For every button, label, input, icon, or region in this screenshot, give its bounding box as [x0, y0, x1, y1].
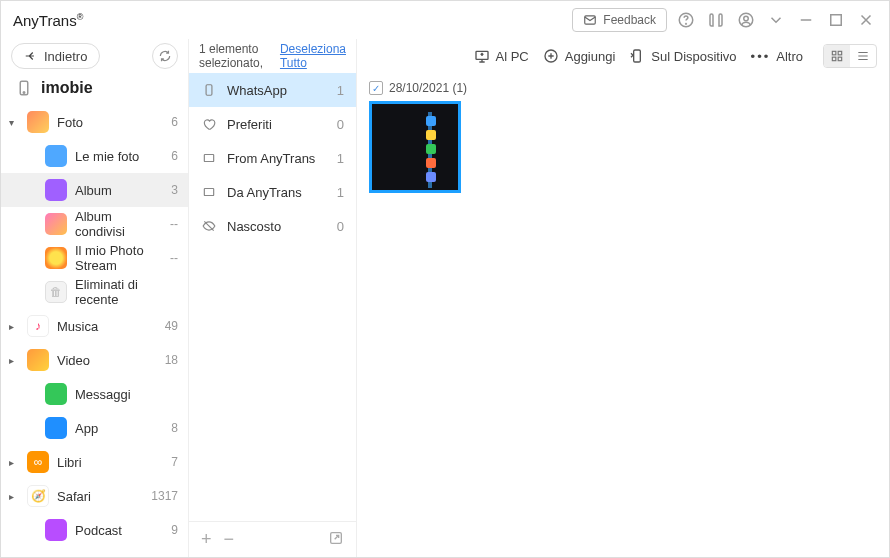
category-icon	[45, 145, 67, 167]
album-count: 0	[337, 219, 344, 234]
close-icon[interactable]	[855, 9, 877, 31]
album-item-preferiti[interactable]: Preferiti0	[189, 107, 356, 141]
export-album-button[interactable]	[328, 530, 344, 549]
sidebar-count: 9	[171, 523, 178, 537]
album-label: Nascosto	[227, 219, 327, 234]
sidebar-label: Album	[75, 183, 163, 198]
help-icon[interactable]	[675, 9, 697, 31]
svg-rect-8	[206, 85, 212, 96]
add-album-button[interactable]: +	[201, 529, 212, 550]
minimize-icon[interactable]	[795, 9, 817, 31]
list-view-button[interactable]	[850, 45, 876, 67]
category-icon	[45, 213, 67, 235]
category-icon: ∞	[27, 451, 49, 473]
more-button[interactable]: •••Altro	[751, 49, 803, 64]
album-icon	[201, 117, 217, 131]
album-label: Preferiti	[227, 117, 327, 132]
sidebar-item-video[interactable]: ▸Video18	[1, 343, 188, 377]
grid-icon	[830, 49, 844, 63]
caret-icon: ▸	[9, 355, 19, 366]
svg-rect-5	[831, 15, 842, 26]
album-icon	[201, 185, 217, 199]
sidebar-item-eliminati-di-recente[interactable]: 🗑Eliminati di recente	[1, 275, 188, 309]
svg-point-2	[686, 23, 687, 24]
date-label: 28/10/2021 (1)	[389, 81, 467, 95]
sidebar-count: 6	[171, 115, 178, 129]
sidebar-item-il-mio-photo-stream[interactable]: Il mio Photo Stream--	[1, 241, 188, 275]
device-name: imobie	[41, 79, 93, 97]
selection-text: 1 elemento selezionato, Deseleziona Tutt…	[189, 39, 356, 73]
date-group-header[interactable]: ✓ 28/10/2021 (1)	[369, 81, 877, 95]
caret-icon: ▸	[9, 491, 19, 502]
sidebar-count: 3	[171, 183, 178, 197]
sidebar-label: Messaggi	[75, 387, 170, 402]
sidebar-item-app[interactable]: App8	[1, 411, 188, 445]
back-button[interactable]: Indietro	[11, 43, 100, 69]
category-icon	[45, 179, 67, 201]
sidebar-item-libri[interactable]: ▸∞Libri7	[1, 445, 188, 479]
more-icon: •••	[751, 49, 771, 64]
phone-icon	[15, 79, 33, 97]
album-item-from-anytrans[interactable]: From AnyTrans1	[189, 141, 356, 175]
category-icon	[27, 349, 49, 371]
to-pc-button[interactable]: Al PC	[474, 48, 529, 64]
album-item-da-anytrans[interactable]: Da AnyTrans1	[189, 175, 356, 209]
gift-icon[interactable]	[705, 9, 727, 31]
grid-view-button[interactable]	[824, 45, 850, 67]
sidebar-item-messaggi[interactable]: Messaggi	[1, 377, 188, 411]
device-row[interactable]: imobie	[1, 73, 188, 105]
back-label: Indietro	[44, 49, 87, 64]
album-item-nascosto[interactable]: Nascosto0	[189, 209, 356, 243]
sidebar-label: Podcast	[75, 523, 163, 538]
sidebar-item-album-condivisi[interactable]: Album condivisi--	[1, 207, 188, 241]
chevron-down-icon[interactable]	[765, 9, 787, 31]
album-count: 1	[337, 185, 344, 200]
album-count: 1	[337, 151, 344, 166]
sidebar-item-safari[interactable]: ▸🧭Safari1317	[1, 479, 188, 513]
category-icon: ♪	[27, 315, 49, 337]
sidebar-item-podcast[interactable]: Podcast9	[1, 513, 188, 547]
caret-icon: ▸	[9, 457, 19, 468]
sidebar-label: Album condivisi	[75, 209, 162, 239]
sidebar-label: App	[75, 421, 163, 436]
user-icon[interactable]	[735, 9, 757, 31]
sidebar-count: --	[170, 251, 178, 265]
checkbox-icon[interactable]: ✓	[369, 81, 383, 95]
svg-point-4	[744, 16, 749, 21]
to-device-button[interactable]: Sul Dispositivo	[629, 48, 736, 64]
category-icon	[45, 383, 67, 405]
category-icon	[45, 417, 67, 439]
album-item-whatsapp[interactable]: WhatsApp1	[189, 73, 356, 107]
svg-rect-17	[832, 57, 836, 61]
album-count: 1	[337, 83, 344, 98]
list-icon	[856, 49, 870, 63]
album-label: Da AnyTrans	[227, 185, 327, 200]
maximize-icon[interactable]	[825, 9, 847, 31]
feedback-button[interactable]: Feedback	[572, 8, 667, 32]
sidebar-label: Foto	[57, 115, 163, 130]
sidebar-item-musica[interactable]: ▸♪Musica49	[1, 309, 188, 343]
sidebar-item-foto[interactable]: ▾Foto6	[1, 105, 188, 139]
remove-album-button[interactable]: −	[224, 529, 235, 550]
feedback-label: Feedback	[603, 13, 656, 27]
deselect-all-link[interactable]: Deseleziona Tutto	[280, 42, 346, 70]
sidebar-count: 6	[171, 149, 178, 163]
svg-rect-18	[838, 57, 842, 61]
envelope-icon	[583, 13, 597, 27]
add-button[interactable]: Aggiungi	[543, 48, 616, 64]
sidebar-label: Il mio Photo Stream	[75, 243, 162, 273]
sidebar-item-le-mie-foto[interactable]: Le mie foto6	[1, 139, 188, 173]
sidebar-count: 7	[171, 455, 178, 469]
photo-thumbnail[interactable]	[369, 101, 461, 193]
sidebar-label: Libri	[57, 455, 163, 470]
category-icon	[45, 247, 67, 269]
refresh-button[interactable]	[152, 43, 178, 69]
svg-rect-15	[832, 51, 836, 55]
refresh-icon	[158, 49, 172, 63]
sidebar-item-album[interactable]: Album3	[1, 173, 188, 207]
category-icon: 🗑	[45, 281, 67, 303]
svg-rect-14	[634, 50, 641, 62]
arrow-left-icon	[24, 49, 38, 63]
album-label: From AnyTrans	[227, 151, 327, 166]
sidebar-label: Video	[57, 353, 157, 368]
